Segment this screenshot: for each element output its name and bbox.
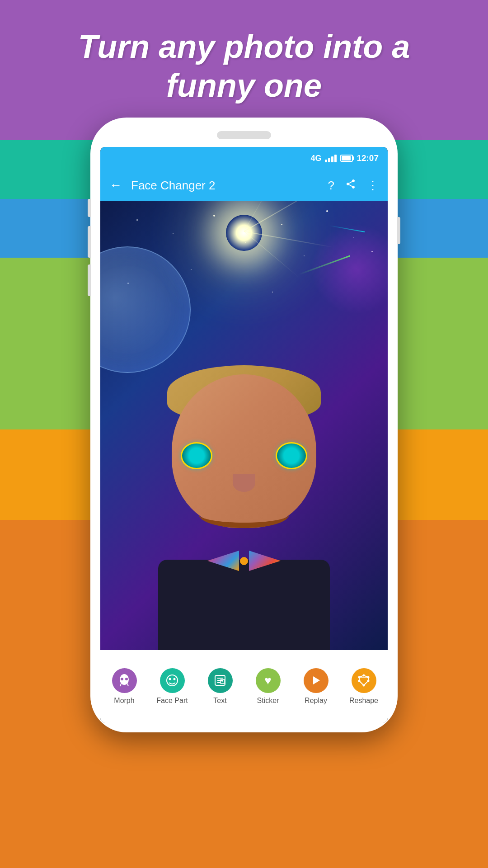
bow-tie — [207, 551, 281, 571]
face-part-icon — [160, 668, 185, 693]
tool-morph[interactable]: Morph — [100, 650, 148, 722]
replay-label: Replay — [305, 697, 327, 705]
svg-point-6 — [169, 678, 171, 680]
toolbar-action-icons: ? ⋮ — [328, 179, 379, 193]
character-photo — [149, 361, 339, 650]
svg-point-19 — [363, 684, 365, 687]
svg-point-2 — [125, 678, 128, 680]
mute-button — [88, 199, 91, 217]
sticker-label: Sticker — [257, 697, 279, 705]
battery-fill — [342, 156, 350, 160]
face-part-label: Face Part — [156, 697, 188, 705]
tool-face-part[interactable]: Face Part — [148, 650, 196, 722]
help-icon[interactable]: ? — [328, 179, 334, 193]
phone-device: 4G 12:07 ← Face Changer 2 ? — [90, 118, 398, 741]
bottom-toolbar: Morph Face Part — [100, 650, 388, 722]
signal-bars-icon — [325, 154, 337, 162]
bow-center — [240, 557, 248, 565]
volume-down-button — [88, 264, 91, 296]
text-icon: " — [208, 668, 233, 693]
phone-screen: 4G 12:07 ← Face Changer 2 ? — [100, 147, 388, 722]
light-burst — [176, 201, 312, 283]
face-body — [158, 560, 330, 650]
morph-icon — [112, 668, 137, 693]
reshape-label: Reshape — [349, 697, 378, 705]
tool-replay[interactable]: Replay — [292, 650, 340, 722]
svg-point-16 — [363, 675, 365, 677]
status-bar: 4G 12:07 — [100, 147, 388, 170]
share-icon[interactable] — [345, 179, 356, 193]
time-display: 12:07 — [357, 153, 379, 163]
tool-text[interactable]: " Text — [196, 650, 244, 722]
svg-marker-14 — [313, 676, 320, 684]
app-title: Face Changer 2 — [131, 179, 319, 193]
tool-reshape[interactable]: Reshape — [340, 650, 388, 722]
back-button[interactable]: ← — [109, 178, 122, 193]
photo-area[interactable] — [100, 201, 388, 650]
face-eyes — [181, 442, 307, 469]
svg-point-17 — [367, 676, 370, 679]
face-head — [172, 374, 316, 528]
svg-line-4 — [127, 684, 128, 686]
face-nose — [233, 474, 255, 492]
replay-icon — [304, 668, 328, 693]
sticker-icon: ♥ — [256, 668, 281, 693]
tool-sticker[interactable]: ♥ Sticker — [244, 650, 292, 722]
tagline: Turn any photo into a funny one — [0, 27, 488, 105]
battery-icon — [340, 155, 353, 162]
svg-line-3 — [120, 684, 121, 686]
volume-up-button — [88, 226, 91, 258]
heart-icon: ♥ — [264, 674, 271, 688]
face-smile — [199, 501, 289, 528]
svg-text:": " — [221, 680, 223, 684]
svg-point-20 — [358, 680, 361, 682]
bow-right — [249, 551, 281, 571]
app-toolbar: ← Face Changer 2 ? ⋮ — [100, 170, 388, 201]
phone-speaker — [217, 131, 271, 139]
power-button — [397, 217, 400, 244]
reshape-icon — [352, 668, 376, 693]
morph-label: Morph — [114, 697, 134, 705]
eye-left — [181, 442, 212, 469]
phone-shell: 4G 12:07 ← Face Changer 2 ? — [90, 118, 398, 732]
svg-point-21 — [358, 676, 361, 679]
svg-point-18 — [367, 680, 370, 682]
text-label: Text — [213, 697, 226, 705]
eye-right — [276, 442, 307, 469]
bow-left — [207, 551, 239, 571]
svg-point-7 — [174, 678, 176, 680]
svg-point-1 — [121, 678, 123, 680]
signal-label: 4G — [310, 154, 321, 163]
more-options-icon[interactable]: ⋮ — [367, 179, 379, 193]
